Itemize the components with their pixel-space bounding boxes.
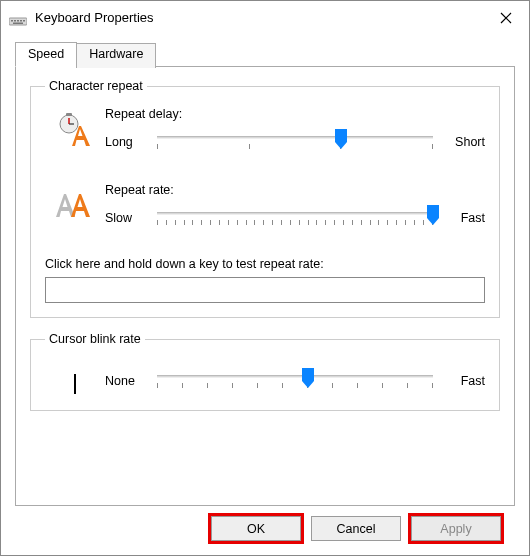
svg-rect-8 (66, 113, 72, 116)
ok-button[interactable]: OK (211, 516, 301, 541)
titlebar: Keyboard Properties (1, 1, 529, 34)
repeat-delay-right-label: Short (439, 135, 485, 149)
tab-panel-speed: Character repeat (15, 66, 515, 506)
dialog-button-row: OK Cancel Apply (15, 506, 515, 555)
repeat-delay-left-label: Long (105, 135, 151, 149)
repeat-delay-icon (57, 113, 93, 151)
repeat-rate-label: Repeat rate: (105, 183, 485, 197)
keyboard-icon (9, 12, 27, 24)
svg-rect-2 (14, 20, 16, 22)
dialog-window: Keyboard Properties Speed Hardware Chara… (0, 0, 530, 556)
group-character-repeat: Character repeat (30, 79, 500, 318)
test-repeat-label: Click here and hold down a key to test r… (45, 257, 485, 271)
svg-rect-5 (23, 20, 25, 22)
group-legend: Cursor blink rate (45, 332, 145, 346)
cursor-blink-right-label: Fast (439, 374, 485, 388)
window-title: Keyboard Properties (35, 10, 483, 25)
repeat-rate-slider[interactable] (157, 203, 433, 233)
tab-hardware[interactable]: Hardware (76, 43, 156, 68)
repeat-rate-right-label: Fast (439, 211, 485, 225)
cancel-button[interactable]: Cancel (311, 516, 401, 541)
cursor-blink-icon (74, 374, 76, 394)
repeat-delay-label: Repeat delay: (105, 107, 485, 121)
svg-rect-4 (20, 20, 22, 22)
tab-control: Speed Hardware Character repeat (15, 42, 515, 506)
repeat-rate-left-label: Slow (105, 211, 151, 225)
cursor-blink-left-label: None (105, 374, 151, 388)
svg-rect-3 (17, 20, 19, 22)
svg-rect-6 (13, 22, 23, 24)
repeat-rate-icon (55, 189, 95, 223)
group-legend: Character repeat (45, 79, 147, 93)
tab-speed[interactable]: Speed (15, 42, 77, 67)
apply-button[interactable]: Apply (411, 516, 501, 541)
close-button[interactable] (483, 2, 529, 34)
repeat-delay-slider[interactable] (157, 127, 433, 157)
cursor-blink-slider[interactable] (157, 366, 433, 396)
group-cursor-blink: Cursor blink rate None (30, 332, 500, 411)
test-repeat-input[interactable] (45, 277, 485, 303)
svg-rect-1 (11, 20, 13, 22)
client-area: Speed Hardware Character repeat (1, 34, 529, 555)
